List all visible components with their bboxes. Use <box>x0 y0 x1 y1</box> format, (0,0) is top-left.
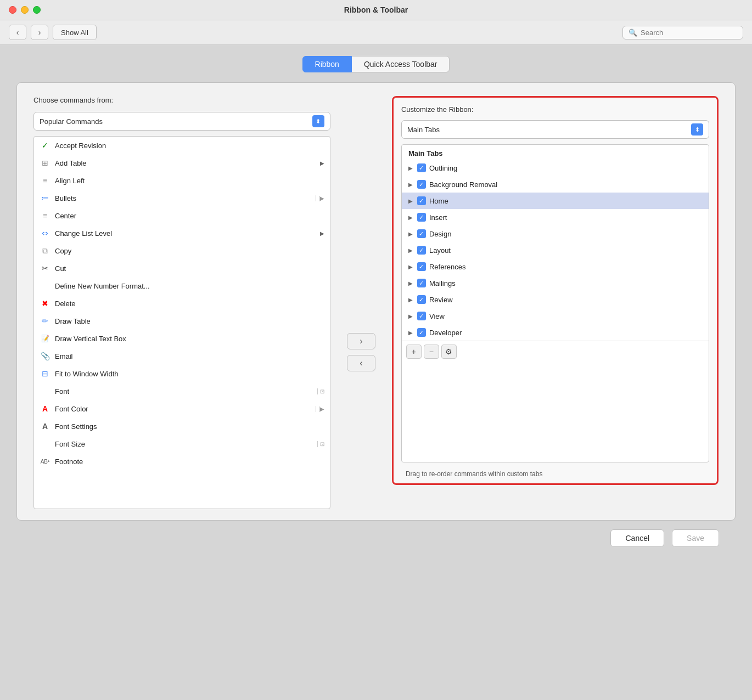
list-item[interactable]: ⊟ Fit to Window Width <box>34 365 330 382</box>
ribbon-item[interactable]: ▶ ✓ Design <box>402 225 709 242</box>
ribbon-remove-button[interactable]: − <box>424 345 439 359</box>
search-box[interactable]: 🔍 <box>622 26 743 39</box>
ribbon-add-button[interactable]: + <box>406 345 422 359</box>
accept-revision-icon: ✓ <box>40 140 50 151</box>
transfer-buttons: › ‹ <box>347 96 375 509</box>
ribbon-item-home[interactable]: ▶ ✓ Home <box>402 193 709 209</box>
ribbon-item[interactable]: ▶ ✓ Background Removal <box>402 176 709 193</box>
ribbon-checkbox-design[interactable]: ✓ <box>417 229 426 238</box>
ribbon-checkbox-outlining[interactable]: ✓ <box>417 163 426 172</box>
close-button[interactable] <box>9 6 16 14</box>
cmd-label: Draw Table <box>55 317 324 325</box>
font-color-icon: A <box>40 403 50 414</box>
right-dropdown-value: Main Tabs <box>407 126 440 134</box>
chevron-right-icon: ▶ <box>408 165 413 171</box>
traffic-lights <box>9 6 41 14</box>
ribbon-item[interactable]: ▶ ✓ Review <box>402 291 709 308</box>
list-item[interactable]: ✖ Delete <box>34 295 330 312</box>
add-to-ribbon-button[interactable]: › <box>347 333 375 349</box>
ribbon-item[interactable]: ▶ ✓ References <box>402 258 709 275</box>
arrow-icon: ▶ <box>320 230 324 236</box>
list-item[interactable]: Font Size ⊡ <box>34 435 330 453</box>
main-content: Ribbon Quick Access Toolbar Choose comma… <box>0 45 752 700</box>
right-dropdown-arrow-icon: ⬍ <box>691 123 703 136</box>
list-item[interactable]: ≡ Center <box>34 207 330 224</box>
ribbon-item[interactable]: ▶ ✓ Insert <box>402 209 709 225</box>
search-input[interactable] <box>641 29 737 37</box>
cmd-label: Delete <box>55 300 324 308</box>
ribbon-checkbox-home[interactable]: ✓ <box>417 196 426 205</box>
ribbon-checkbox-references[interactable]: ✓ <box>417 262 426 271</box>
back-button[interactable]: ‹ <box>9 25 26 40</box>
copy-icon: ⧉ <box>40 245 50 256</box>
list-item[interactable]: Font ⊡ <box>34 382 330 400</box>
maximize-button[interactable] <box>33 6 41 14</box>
sub-arrow-icon: |▶ <box>316 195 324 201</box>
cut-icon: ✂ <box>40 263 50 274</box>
right-dropdown[interactable]: Main Tabs ⬍ <box>401 120 709 139</box>
list-item[interactable]: ✓ Accept Revision <box>34 137 330 154</box>
ribbon-item[interactable]: ▶ ✓ Outlining <box>402 160 709 176</box>
ribbon-item-label: Design <box>429 230 451 238</box>
save-button[interactable]: Save <box>672 529 719 547</box>
footnote-icon: AB¹ <box>40 456 50 467</box>
list-item[interactable]: ⇔ Change List Level ▶ <box>34 224 330 242</box>
list-item[interactable]: A Font Color |▶ <box>34 400 330 417</box>
list-item[interactable]: ≔ Bullets |▶ <box>34 189 330 207</box>
font-size-icon <box>40 438 50 449</box>
list-item[interactable]: 📝 Draw Vertical Text Box <box>34 330 330 347</box>
list-item[interactable]: ⊞ Add Table ▶ <box>34 154 330 172</box>
window-title: Ribbon & Toolbar <box>344 5 408 14</box>
cmd-label: Add Table <box>55 159 316 167</box>
list-item[interactable]: AB¹ Footnote <box>34 453 330 470</box>
ribbon-item[interactable]: ▶ ✓ Layout <box>402 242 709 258</box>
ribbon-checkbox-review[interactable]: ✓ <box>417 295 426 304</box>
cmd-label: Fit to Window Width <box>55 370 324 378</box>
ribbon-checkbox-layout[interactable]: ✓ <box>417 246 426 255</box>
toolbar-row: ‹ › Show All 🔍 <box>0 20 752 45</box>
list-item[interactable]: ≡ Align Left <box>34 172 330 189</box>
email-icon: 📎 <box>40 351 50 362</box>
right-side: Customize the Ribbon: Main Tabs ⬍ Main T… <box>392 96 719 509</box>
ribbon-checkbox-developer[interactable]: ✓ <box>417 328 426 337</box>
minimize-button[interactable] <box>21 6 29 14</box>
ribbon-item[interactable]: ▶ ✓ View <box>402 308 709 324</box>
list-item[interactable]: A Font Settings <box>34 417 330 435</box>
ribbon-item[interactable]: ▶ ✓ Developer <box>402 324 709 341</box>
remove-from-ribbon-button[interactable]: ‹ <box>347 355 375 371</box>
ribbon-gear-button[interactable]: ⚙ <box>441 345 457 359</box>
titlebar: Ribbon & Toolbar <box>0 0 752 20</box>
ribbon-checkbox-background-removal[interactable]: ✓ <box>417 180 426 189</box>
arrow-icon: ▶ <box>320 160 324 166</box>
list-item[interactable]: Define New Number Format... <box>34 277 330 295</box>
list-item[interactable]: ⧉ Copy <box>34 242 330 259</box>
cmd-label: Copy <box>55 247 324 255</box>
ribbon-item-label: Mailings <box>429 279 456 287</box>
left-side: Choose commands from: Popular Commands ⬍… <box>33 96 330 509</box>
list-item[interactable]: ✂ Cut <box>34 259 330 277</box>
tab-ribbon[interactable]: Ribbon <box>302 56 352 72</box>
list-item[interactable]: 📎 Email <box>34 347 330 365</box>
cmd-label: Change List Level <box>55 229 316 238</box>
fit-window-icon: ⊟ <box>40 368 50 379</box>
show-all-button[interactable]: Show All <box>53 25 97 40</box>
cmd-label: Center <box>55 212 324 220</box>
right-section-label: Customize the Ribbon: <box>401 105 709 114</box>
ribbon-checkbox-mailings[interactable]: ✓ <box>417 279 426 287</box>
tab-quick-access[interactable]: Quick Access Toolbar <box>351 56 450 72</box>
ribbon-item[interactable]: ▶ ✓ Mailings <box>402 275 709 291</box>
draw-table-icon: ✏ <box>40 315 50 326</box>
ribbon-list[interactable]: Main Tabs ▶ ✓ Outlining ▶ ✓ Background R… <box>401 144 709 462</box>
bottom-row: Cancel Save <box>16 521 736 552</box>
font-settings-icon: A <box>40 421 50 432</box>
cmd-label: Font Size <box>55 440 313 448</box>
forward-button[interactable]: › <box>31 25 48 40</box>
ribbon-checkbox-insert[interactable]: ✓ <box>417 213 426 222</box>
ribbon-checkbox-view[interactable]: ✓ <box>417 312 426 320</box>
left-dropdown[interactable]: Popular Commands ⬍ <box>33 112 330 131</box>
list-item[interactable]: ✏ Draw Table <box>34 312 330 330</box>
define-new-icon <box>40 280 50 291</box>
chevron-right-icon: ▶ <box>408 297 413 303</box>
commands-list[interactable]: ✓ Accept Revision ⊞ Add Table ▶ ≡ Align … <box>33 136 330 509</box>
cancel-button[interactable]: Cancel <box>610 529 664 547</box>
